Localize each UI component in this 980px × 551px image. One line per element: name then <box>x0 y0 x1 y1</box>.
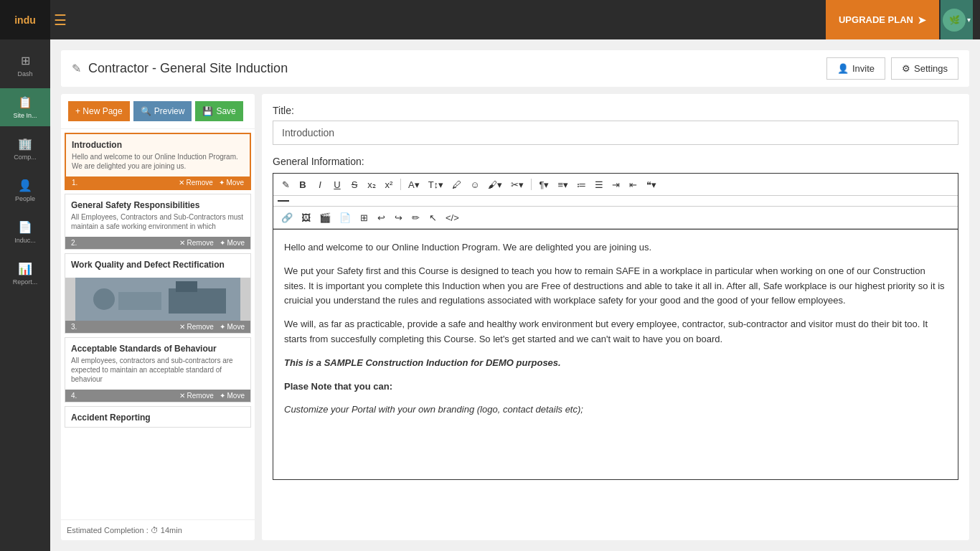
move-button[interactable]: ✦ Move <box>219 179 244 187</box>
move-button[interactable]: ✦ Move <box>220 323 245 331</box>
ordered-list-button[interactable]: ≔ <box>573 176 590 192</box>
page-item-footer: 2. ✕ Remove ✦ Move <box>65 237 250 249</box>
subscript-button[interactable]: x₂ <box>364 176 380 192</box>
undo-button[interactable]: ↩ <box>373 209 389 225</box>
link-button[interactable]: 🔗 <box>278 209 296 225</box>
pen-button[interactable]: ✏ <box>407 209 423 225</box>
sidebar-item-label: Report... <box>13 278 38 286</box>
sidebar-item-label: People <box>15 195 35 202</box>
emoji-button[interactable]: ☺ <box>466 176 483 192</box>
unordered-list-button[interactable]: ☰ <box>591 176 607 192</box>
company-icon: 🏢 <box>18 137 32 151</box>
logo-text: indu <box>14 14 36 26</box>
blockquote-button[interactable]: ❝▾ <box>643 176 660 192</box>
edit-icon[interactable]: ✎ <box>72 62 81 75</box>
align-button[interactable]: ≡▾ <box>554 176 572 192</box>
chevron-down-icon: ▾ <box>967 16 971 24</box>
video-button[interactable]: 🎬 <box>316 209 334 225</box>
redo-button[interactable]: ↪ <box>390 209 406 225</box>
preview-button[interactable]: 🔍 Preview <box>133 101 192 121</box>
content-para-1: Hello and welcome to our Online Inductio… <box>284 240 947 255</box>
page-item-desc: Hello and welcome to our Online Inductio… <box>72 152 244 171</box>
people-icon: 👤 <box>18 179 32 192</box>
upgrade-plan-button[interactable]: UPGRADE PLAN ➤ <box>826 0 939 39</box>
highlight-button[interactable]: 🖊 <box>448 176 465 192</box>
font-color-button[interactable]: A▾ <box>405 176 423 192</box>
right-panel: Title: General Information: ✎ B I U S x₂… <box>262 94 969 540</box>
sidebar-item-dashboard[interactable]: ⊞ Dash <box>0 47 50 85</box>
remove-button[interactable]: ✕ Remove <box>179 323 214 331</box>
eraser-button[interactable]: ✂▾ <box>507 176 527 192</box>
title-input[interactable] <box>273 121 958 145</box>
page-item-footer: 1. ✕ Remove ✦ Move <box>66 176 250 189</box>
page-item-footer: 4. ✕ Remove ✦ Move <box>65 390 250 402</box>
code-button[interactable]: </> <box>442 209 463 225</box>
page-item-content: Introduction Hello and welcome to our On… <box>66 134 250 176</box>
sidebar-item-company[interactable]: 🏢 Comp... <box>0 130 50 168</box>
superscript-button[interactable]: x² <box>381 176 397 192</box>
sidebar-item-people[interactable]: 👤 People <box>0 171 50 209</box>
sidebar-item-inductions[interactable]: 📄 Induc... <box>0 213 50 251</box>
list-item[interactable]: Acceptable Standards of Behaviour All em… <box>65 337 251 402</box>
page-title-area: ✎ Contractor - General Site Induction <box>72 61 288 76</box>
content-footer-note: Customize your Portal with your own bran… <box>284 402 947 418</box>
sidebar-item-label: Dash <box>17 70 32 77</box>
outdent-button[interactable]: ⇤ <box>626 176 641 192</box>
settings-label: Settings <box>914 63 948 74</box>
font-size-button[interactable]: T↕▾ <box>425 176 447 192</box>
svg-rect-4 <box>176 281 197 292</box>
page-item-content: General Safety Responsibilities All Empl… <box>65 194 250 237</box>
remove-button[interactable]: ✕ Remove <box>179 239 214 247</box>
site-induction-icon: 📋 <box>18 95 32 109</box>
page-item-desc: All Employees, Contractors and Sub-Contr… <box>71 212 245 231</box>
page-item-title: General Safety Responsibilities <box>71 200 245 210</box>
paragraph-button[interactable]: ¶▾ <box>535 176 552 192</box>
save-label: Save <box>216 106 235 116</box>
move-button[interactable]: ✦ Move <box>220 392 245 400</box>
svg-rect-2 <box>118 292 161 310</box>
pencil-icon[interactable]: ✎ <box>278 176 293 192</box>
content-sample-note: This is a SAMPLE Construction Induction … <box>284 356 947 371</box>
settings-button[interactable]: ⚙ Settings <box>891 57 958 80</box>
sidebar-item-reports[interactable]: 📊 Report... <box>0 255 50 293</box>
new-page-button[interactable]: + New Page <box>68 101 130 121</box>
settings-icon: ⚙ <box>902 63 910 74</box>
bold-button[interactable]: B <box>295 176 311 192</box>
remove-button[interactable]: ✕ Remove <box>179 179 213 187</box>
file-button[interactable]: 📄 <box>336 209 354 225</box>
indent-button[interactable]: ⇥ <box>608 176 624 192</box>
page-item-footer: 3. ✕ Remove ✦ Move <box>65 321 250 333</box>
image-button[interactable]: 🖼 <box>298 209 314 225</box>
svg-rect-3 <box>169 288 226 314</box>
brush-button[interactable]: 🖌▾ <box>484 176 506 192</box>
user-avatar-button[interactable]: 🌿 ▾ <box>941 0 973 39</box>
editor-area: Title: General Information: ✎ B I U S x₂… <box>262 94 969 540</box>
new-page-label: + New Page <box>75 106 123 116</box>
save-button[interactable]: 💾 Save <box>195 101 242 121</box>
hamburger-button[interactable]: ☰ <box>54 11 67 29</box>
remove-button[interactable]: ✕ Remove <box>179 392 214 400</box>
cursor-button[interactable]: ↖ <box>425 209 440 225</box>
strikethrough-button[interactable]: S <box>347 176 362 192</box>
editor-toolbar: ✎ B I U S x₂ x² A▾ T↕▾ 🖊 ☺ 🖌▾ <box>273 173 958 229</box>
table-button[interactable]: ⊞ <box>356 209 372 225</box>
sidebar-item-site-induction[interactable]: 📋 Site In... <box>0 88 50 126</box>
top-header: indu ☰ UPGRADE PLAN ➤ 🌿 ▾ <box>0 0 980 39</box>
left-panel-toolbar: + New Page 🔍 Preview 💾 Save <box>61 94 255 129</box>
editor-content[interactable]: Hello and welcome to our Online Inductio… <box>273 229 958 480</box>
invite-button[interactable]: 👤 Invite <box>826 57 885 80</box>
underline-button[interactable]: U <box>329 176 345 192</box>
list-item[interactable]: Accident Reporting <box>65 406 251 428</box>
page-item-desc: All employees, contractors and sub-contr… <box>71 356 245 384</box>
estimated-completion: Estimated Completion : ⏱ 14min <box>67 526 182 534</box>
sidebar-item-label: Induc... <box>14 237 36 244</box>
list-item[interactable]: Work Quality and Defect Rectification <box>65 253 251 334</box>
toolbar-row-1: ✎ B I U S x₂ x² A▾ T↕▾ 🖊 ☺ 🖌▾ <box>273 174 958 196</box>
page-header: ✎ Contractor - General Site Induction 👤 … <box>61 50 969 87</box>
italic-button[interactable]: I <box>312 176 328 192</box>
list-item[interactable]: General Safety Responsibilities All Empl… <box>65 194 251 250</box>
list-item[interactable]: Introduction Hello and welcome to our On… <box>65 133 251 190</box>
dashboard-icon: ⊞ <box>21 54 30 67</box>
move-button[interactable]: ✦ Move <box>220 239 245 247</box>
content-para-3: We will, as far as practicable, provide … <box>284 317 947 347</box>
